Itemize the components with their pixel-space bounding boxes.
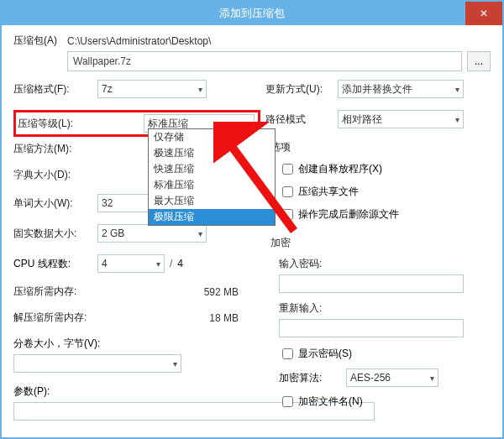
right-column: 更新方式(U): 添加并替换文件 ▾ 路径模式 相对路径 ▾ 选项 [262, 80, 491, 421]
archive-file-input[interactable] [67, 51, 462, 71]
content-area: 压缩包(A) C:\Users\Administrator\Desktop\ .… [2, 25, 502, 429]
showpw-label: 显示密码(S) [298, 347, 352, 361]
chevron-down-icon: ▾ [198, 85, 202, 94]
columns: 压缩格式(F): 7z ▾ 压缩等级(L): 标准压缩 ▾ [13, 80, 491, 421]
solid-value: 2 GB [102, 227, 124, 239]
options-title: 选项 [270, 140, 491, 154]
mem-decompress-value: 18 MB [209, 312, 239, 324]
opt-sfx-checkbox[interactable] [282, 164, 293, 175]
level-option[interactable]: 最大压缩 [149, 193, 275, 209]
params-label: 参数(P): [13, 384, 239, 399]
encnames-label: 加密文件名(N) [298, 395, 363, 409]
archive-file-row: ... [13, 51, 491, 71]
cpu-row: CPU 线程数: 4 ▾ / 4 [13, 254, 239, 273]
title-bar: 添加到压缩包 ✕ [2, 2, 502, 25]
update-select[interactable]: 添加并替换文件 ▾ [338, 80, 464, 98]
update-label: 更新方式(U): [265, 82, 338, 97]
solid-select[interactable]: 2 GB ▾ [97, 224, 207, 243]
mem-compress-value: 592 MB [204, 286, 239, 298]
format-label: 压缩格式(F): [13, 82, 97, 97]
showpw-row[interactable]: 显示密码(S) [279, 346, 491, 362]
archive-path: C:\Users\Administrator\Desktop\ [67, 35, 211, 47]
word-label: 单词大小(W): [13, 196, 97, 211]
opt-delete-row[interactable]: 操作完成后删除源文件 [279, 206, 491, 222]
chevron-down-icon: ▾ [156, 259, 160, 269]
encnames-checkbox[interactable] [282, 396, 293, 407]
opt-sfx-row[interactable]: 创建自释放程序(X) [279, 161, 491, 177]
enc-title: 加密 [270, 236, 491, 250]
opt-delete-label: 操作完成后删除源文件 [298, 207, 399, 222]
browse-label: ... [475, 55, 483, 67]
word-value: 32 [102, 197, 113, 209]
close-button[interactable]: ✕ [465, 2, 502, 25]
archive-label: 压缩包(A) [13, 34, 67, 48]
pathmode-row: 路径模式 相对路径 ▾ [265, 110, 491, 128]
level-option[interactable]: 极速压缩 [149, 145, 275, 161]
algo-select[interactable]: AES-256 ▾ [346, 368, 438, 387]
algo-value: AES-256 [350, 372, 391, 384]
pathmode-label: 路径模式 [265, 112, 338, 127]
mem-compress-row: 压缩所需内存: 592 MB [13, 285, 239, 299]
split-select[interactable]: ▾ [13, 354, 181, 373]
chevron-down-icon: ▾ [455, 85, 459, 94]
pw2-input[interactable] [279, 319, 464, 337]
algo-label: 加密算法: [279, 371, 346, 385]
solid-label: 固实数据大小: [13, 227, 97, 241]
archive-path-row: 压缩包(A) C:\Users\Administrator\Desktop\ [13, 34, 491, 48]
opt-share-row[interactable]: 压缩共享文件 [279, 184, 491, 200]
chevron-down-icon: ▾ [430, 374, 434, 383]
solid-row: 固实数据大小: 2 GB ▾ [13, 224, 239, 243]
cpu-label: CPU 线程数: [13, 257, 97, 271]
cpu-value: 4 [102, 258, 108, 269]
cpu-slash: / [170, 258, 172, 269]
level-dropdown: 仅存储 极速压缩 快速压缩 标准压缩 最大压缩 极限压缩 [148, 128, 276, 226]
pathmode-select[interactable]: 相对路径 ▾ [338, 110, 464, 128]
format-select[interactable]: 7z ▾ [97, 80, 207, 98]
opt-sfx-label: 创建自释放程序(X) [298, 162, 382, 176]
format-value: 7z [102, 83, 113, 95]
encnames-row[interactable]: 加密文件名(N) [279, 394, 491, 410]
opt-share-label: 压缩共享文件 [298, 185, 359, 199]
browse-button[interactable]: ... [467, 51, 491, 71]
level-label: 压缩等级(L): [18, 117, 98, 131]
close-icon: ✕ [480, 8, 488, 19]
opt-delete-checkbox[interactable] [282, 209, 293, 220]
pw-label: 输入密码: [279, 257, 491, 271]
mem-decompress-label: 解压缩所需内存: [13, 311, 87, 325]
cpu-total: 4 [177, 258, 183, 269]
split-label: 分卷大小，字节(V): [13, 337, 239, 351]
level-row: 压缩等级(L): 标准压缩 ▾ 仅存储 极速压缩 快速压缩 标准压缩 最大压缩 [13, 110, 239, 137]
left-column: 压缩格式(F): 7z ▾ 压缩等级(L): 标准压缩 ▾ [13, 80, 239, 421]
level-option-selected[interactable]: 极限压缩 [149, 209, 275, 225]
mem-compress-label: 压缩所需内存: [13, 285, 76, 299]
update-value: 添加并替换文件 [342, 82, 412, 97]
pathmode-value: 相对路径 [342, 112, 382, 127]
chevron-down-icon: ▾ [246, 119, 250, 128]
opt-share-checkbox[interactable] [282, 186, 293, 197]
pw-input[interactable] [279, 274, 464, 293]
dict-label: 字典大小(D): [13, 168, 97, 182]
chevron-down-icon: ▾ [455, 115, 459, 124]
window-title: 添加到压缩包 [219, 6, 285, 21]
chevron-down-icon: ▾ [173, 359, 177, 368]
format-row: 压缩格式(F): 7z ▾ [13, 80, 239, 98]
method-label: 压缩方法(M): [13, 142, 97, 156]
cpu-select[interactable]: 4 ▾ [97, 254, 165, 273]
level-option[interactable]: 标准压缩 [149, 177, 275, 193]
algo-row: 加密算法: AES-256 ▾ [279, 368, 491, 387]
update-row: 更新方式(U): 添加并替换文件 ▾ [265, 80, 491, 98]
pw2-label: 重新输入: [279, 301, 491, 316]
mem-decompress-row: 解压缩所需内存: 18 MB [13, 311, 239, 325]
chevron-down-icon: ▾ [198, 229, 202, 238]
dialog-window: 添加到压缩包 ✕ 压缩包(A) C:\Users\Administrator\D… [0, 0, 504, 439]
showpw-checkbox[interactable] [282, 348, 293, 359]
level-option[interactable]: 仅存储 [149, 129, 275, 145]
level-option[interactable]: 快速压缩 [149, 161, 275, 177]
